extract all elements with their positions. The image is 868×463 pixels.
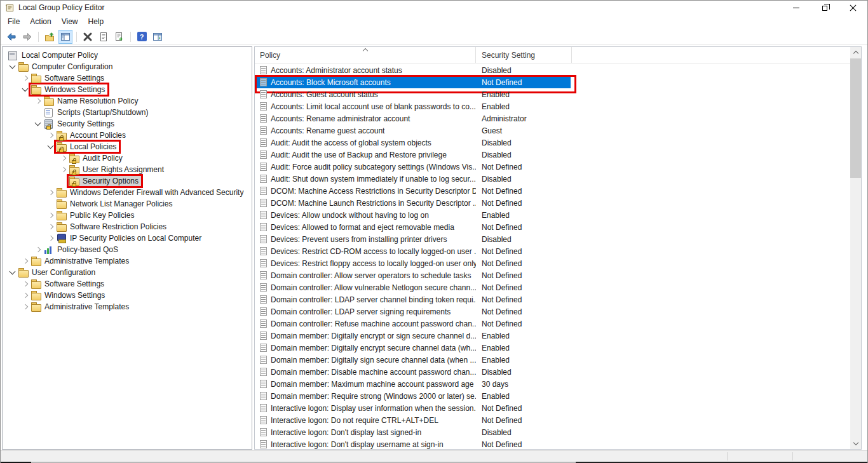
- tree-item-content[interactable]: Network List Manager Policies: [56, 199, 175, 209]
- tree-item-user-configuration[interactable]: User Configuration: [3, 267, 252, 278]
- tree-item-software-settings[interactable]: Software Settings: [3, 278, 252, 290]
- tree-item-software-settings[interactable]: Software Settings: [3, 72, 252, 84]
- tree-item-security-options[interactable]: Security Options: [3, 175, 252, 187]
- action-pane-button[interactable]: [151, 30, 165, 44]
- tree-item-content[interactable]: Local Computer Policy: [8, 50, 100, 60]
- menu-file[interactable]: File: [3, 15, 25, 28]
- list-row-devices-restrict-cd-rom-access-to-locally-logged-on-user[interactable]: Devices: Restrict CD-ROM access to local…: [255, 245, 850, 257]
- export-list-button[interactable]: [112, 30, 126, 44]
- tree-item-local-computer-policy[interactable]: Local Computer Policy: [3, 50, 252, 61]
- list-row-accounts-rename-guest-account[interactable]: Accounts: Rename guest account Guest: [255, 124, 850, 137]
- tree-item-content[interactable]: Computer Configuration: [18, 62, 115, 72]
- scroll-down-icon[interactable]: [850, 438, 861, 449]
- tree-item-computer-configuration[interactable]: Computer Configuration: [3, 61, 252, 72]
- list-row-interactive-logon-don-t-display-last-signed-in[interactable]: Interactive logon: Don't display last si…: [255, 426, 850, 438]
- tree-item-software-restriction-policies[interactable]: Software Restriction Policies: [3, 221, 252, 232]
- tree-item-policy-based-qos[interactable]: Policy-based QoS: [3, 244, 252, 255]
- list-row-audit-audit-the-use-of-backup-and-restore-privilege[interactable]: Audit: Audit the use of Backup and Resto…: [255, 149, 850, 161]
- expander-icon[interactable]: [46, 142, 56, 152]
- tree-item-content[interactable]: Name Resolution Policy: [43, 96, 140, 106]
- expander-icon[interactable]: [20, 290, 31, 300]
- menu-help[interactable]: Help: [83, 15, 109, 28]
- close-button[interactable]: [839, 1, 867, 15]
- expander-icon[interactable]: [58, 153, 69, 163]
- expander-icon[interactable]: [46, 210, 56, 220]
- list-row-domain-member-digitally-encrypt-or-sign-secure-channel-d[interactable]: Domain member: Digitally encrypt or sign…: [255, 330, 850, 342]
- delete-button[interactable]: [81, 30, 95, 44]
- tree-item-administrative-templates[interactable]: Administrative Templates: [3, 301, 252, 312]
- list-row-interactive-logon-don-t-display-username-at-sign-in[interactable]: Interactive logon: Don't display usernam…: [255, 438, 850, 449]
- list-row-devices-prevent-users-from-installing-printer-drivers[interactable]: Devices: Prevent users from installing p…: [255, 233, 850, 245]
- list-row-interactive-logon-do-not-require-ctrl-alt-del[interactable]: Interactive logon: Do not require CTRL+A…: [255, 414, 850, 426]
- list-row-audit-audit-the-access-of-global-system-objects[interactable]: Audit: Audit the access of global system…: [255, 137, 850, 149]
- tree-item-content[interactable]: User Rights Assignment: [69, 164, 166, 175]
- list-row-devices-allowed-to-format-and-eject-removable-media[interactable]: Devices: Allowed to format and eject rem…: [255, 221, 850, 233]
- menu-action[interactable]: Action: [25, 15, 56, 28]
- list-row-devices-restrict-floppy-access-to-locally-logged-on-user-only[interactable]: Devices: Restrict floppy access to local…: [255, 257, 850, 269]
- expander-icon[interactable]: [46, 187, 56, 198]
- tree-item-content[interactable]: Software Settings: [31, 73, 107, 83]
- list-row-interactive-logon-display-user-information-when-the-session[interactable]: Interactive logon: Display user informat…: [255, 402, 850, 414]
- tree-item-content[interactable]: Software Settings: [31, 279, 107, 289]
- tree-item-user-rights-assignment[interactable]: User Rights Assignment: [3, 164, 252, 175]
- expander-icon[interactable]: [46, 130, 56, 140]
- tree-item-ip-security-policies-on-local-computer[interactable]: IP Security Policies on Local Computer: [3, 232, 252, 244]
- expander-icon[interactable]: [20, 73, 31, 83]
- expander-icon[interactable]: [20, 279, 31, 289]
- list-row-dcom-machine-launch-restrictions-in-security-descriptor[interactable]: DCOM: Machine Launch Restrictions in Sec…: [255, 197, 850, 209]
- list-row-domain-member-digitally-sign-secure-channel-data-when[interactable]: Domain member: Digitally sign secure cha…: [255, 354, 850, 366]
- minimize-button[interactable]: [782, 1, 810, 15]
- expander-icon[interactable]: [8, 267, 18, 278]
- expander-icon[interactable]: [33, 245, 43, 255]
- list-row-accounts-guest-account-status[interactable]: Accounts: Guest account status Enabled: [255, 88, 850, 100]
- expander-icon[interactable]: [46, 222, 56, 232]
- tree-item-content[interactable]: Windows Settings: [31, 290, 107, 300]
- tree-item-local-policies[interactable]: Local Policies: [3, 141, 252, 152]
- expander-icon[interactable]: [46, 233, 56, 243]
- list-row-domain-member-disable-machine-account-password-chan[interactable]: Domain member: Disable machine account p…: [255, 366, 850, 378]
- list-row-domain-member-maximum-machine-account-password-age[interactable]: Domain member: Maximum machine account p…: [255, 378, 850, 390]
- tree-item-content[interactable]: Local Policies: [56, 142, 119, 152]
- tree-item-audit-policy[interactable]: Audit Policy: [3, 152, 252, 164]
- expander-icon[interactable]: [58, 164, 69, 175]
- expander-icon[interactable]: [33, 119, 43, 129]
- tree-item-scripts-startup-shutdown[interactable]: Scripts (Startup/Shutdown): [3, 107, 252, 118]
- list-row-domain-controller-allow-vulnerable-netlogon-secure-chann[interactable]: Domain controller: Allow vulnerable Netl…: [255, 281, 850, 293]
- list-row-accounts-limit-local-account-use-of-blank-passwords-to-co[interactable]: Accounts: Limit local account use of bla…: [255, 100, 850, 112]
- forward-button[interactable]: [20, 30, 34, 44]
- column-header-security-setting[interactable]: Security Setting: [476, 47, 572, 63]
- tree-item-administrative-templates[interactable]: Administrative Templates: [3, 255, 252, 267]
- list-row-domain-member-digitally-encrypt-secure-channel-data-wh[interactable]: Domain member: Digitally encrypt secure …: [255, 342, 850, 354]
- back-button[interactable]: [4, 30, 18, 44]
- tree-item-content[interactable]: Policy-based QoS: [43, 245, 121, 255]
- up-one-level-button[interactable]: [43, 30, 57, 44]
- tree-item-content[interactable]: Administrative Templates: [31, 302, 132, 312]
- restore-button[interactable]: [810, 1, 839, 15]
- expander-icon[interactable]: [33, 96, 43, 106]
- list-row-accounts-rename-administrator-account[interactable]: Accounts: Rename administrator account A…: [255, 112, 850, 124]
- tree-item-network-list-manager-policies[interactable]: Network List Manager Policies: [3, 198, 252, 210]
- tree-item-content[interactable]: Windows Defender Firewall with Advanced …: [56, 187, 246, 198]
- properties-button[interactable]: [97, 30, 111, 44]
- list-row-dcom-machine-access-restrictions-in-security-descriptor-d[interactable]: DCOM: Machine Access Restrictions in Sec…: [255, 185, 850, 197]
- vertical-scrollbar[interactable]: [850, 47, 861, 449]
- tree-item-public-key-policies[interactable]: Public Key Policies: [3, 210, 252, 221]
- expander-icon[interactable]: [20, 84, 31, 95]
- tree-item-content[interactable]: Security Settings: [43, 119, 117, 129]
- tree-item-content[interactable]: Software Restriction Policies: [56, 222, 169, 232]
- tree-item-account-policies[interactable]: Account Policies: [3, 130, 252, 141]
- expander-icon[interactable]: [20, 302, 31, 312]
- tree-item-windows-settings[interactable]: Windows Settings: [3, 84, 252, 95]
- tree-item-content[interactable]: Scripts (Startup/Shutdown): [43, 107, 151, 117]
- show-console-tree-button[interactable]: [58, 30, 72, 44]
- tree-item-name-resolution-policy[interactable]: Name Resolution Policy: [3, 95, 252, 107]
- tree-item-windows-settings[interactable]: Windows Settings: [3, 290, 252, 301]
- expander-icon[interactable]: [20, 256, 31, 266]
- menu-view[interactable]: View: [57, 15, 83, 28]
- tree-item-content[interactable]: Audit Policy: [69, 153, 125, 163]
- expander-icon[interactable]: [8, 62, 18, 72]
- list-row-accounts-block-microsoft-accounts[interactable]: Accounts: Block Microsoft accounts Not D…: [255, 76, 850, 88]
- list-row-domain-controller-refuse-machine-account-password-chan[interactable]: Domain controller: Refuse machine accoun…: [255, 318, 850, 330]
- tree-item-content[interactable]: Windows Settings: [31, 84, 107, 95]
- column-header-policy[interactable]: Policy: [255, 47, 476, 63]
